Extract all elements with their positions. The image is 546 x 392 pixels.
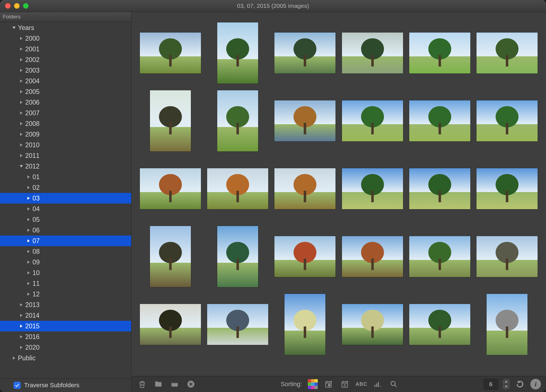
folder-row-03[interactable]: 03 (0, 193, 131, 204)
thumbnail[interactable] (140, 168, 201, 209)
sort-by-exif-date-button[interactable] (323, 379, 334, 390)
chevron-right-icon[interactable] (26, 217, 31, 222)
folder-row-public[interactable]: Public (0, 353, 131, 363)
sort-by-color-button[interactable] (307, 379, 318, 390)
stepper-up-button[interactable] (503, 379, 509, 384)
thumbnail[interactable] (409, 100, 470, 141)
thumbnail[interactable] (217, 90, 258, 151)
thumbnail[interactable] (207, 168, 268, 209)
thumbnail-scroll-area[interactable] (131, 12, 546, 376)
folder-row-years[interactable]: Years (0, 22, 131, 33)
chevron-right-icon[interactable] (19, 324, 24, 328)
sort-by-name-button[interactable]: ABC (356, 379, 367, 390)
chevron-right-icon[interactable] (19, 132, 24, 137)
folder-row-09[interactable]: 09 (0, 257, 131, 268)
folder-row-2011[interactable]: 2011 (0, 150, 131, 161)
chevron-right-icon[interactable] (26, 271, 31, 275)
thumbnail[interactable] (342, 236, 403, 277)
folder-row-05[interactable]: 05 (0, 214, 131, 225)
chevron-down-icon[interactable] (12, 26, 16, 30)
folder-row-12[interactable]: 12 (0, 289, 131, 299)
chevron-right-icon[interactable] (19, 121, 24, 126)
folder-row-11[interactable]: 11 (0, 278, 131, 289)
thumbnail[interactable] (274, 100, 336, 141)
folder-row-01[interactable]: 01 (0, 172, 131, 182)
folder-row-02[interactable]: 02 (0, 182, 131, 193)
view-button[interactable] (169, 379, 180, 390)
chevron-right-icon[interactable] (12, 356, 16, 360)
trash-button[interactable] (136, 379, 148, 390)
columns-input[interactable] (484, 379, 498, 389)
folder-row-2004[interactable]: 2004 (0, 76, 131, 86)
minimize-window-button[interactable] (14, 3, 20, 9)
close-window-button[interactable] (5, 3, 11, 9)
folder-row-2013[interactable]: 2013 (0, 299, 131, 310)
chevron-right-icon[interactable] (19, 143, 24, 147)
folder-row-2001[interactable]: 2001 (0, 44, 131, 54)
folder-row-10[interactable]: 10 (0, 268, 131, 278)
thumbnail[interactable] (476, 168, 538, 209)
folder-row-2006[interactable]: 2006 (0, 97, 131, 108)
folder-row-08[interactable]: 08 (0, 246, 131, 257)
thumbnail[interactable] (342, 168, 403, 209)
folder-row-2005[interactable]: 2005 (0, 86, 131, 97)
folder-tree[interactable]: Years20002001200220032004200520062007200… (0, 22, 131, 378)
folder-row-2003[interactable]: 2003 (0, 65, 131, 76)
folder-row-2009[interactable]: 2009 (0, 129, 131, 140)
thumbnail[interactable] (217, 22, 258, 84)
chevron-right-icon[interactable] (19, 100, 24, 105)
chevron-right-icon[interactable] (26, 228, 31, 232)
folder-row-2007[interactable]: 2007 (0, 108, 131, 118)
folder-row-2008[interactable]: 2008 (0, 118, 131, 129)
folder-button[interactable] (153, 379, 164, 390)
traverse-subfolders-checkbox[interactable] (13, 382, 21, 389)
columns-stepper[interactable] (503, 379, 510, 389)
chevron-right-icon[interactable] (19, 335, 24, 339)
thumbnail[interactable] (342, 304, 403, 345)
folder-row-04[interactable]: 04 (0, 204, 131, 214)
chevron-right-icon[interactable] (19, 36, 24, 41)
chevron-right-icon[interactable] (26, 207, 31, 211)
chevron-right-icon[interactable] (19, 345, 24, 350)
chevron-right-icon[interactable] (26, 175, 31, 179)
search-button[interactable] (388, 379, 399, 390)
chevron-down-icon[interactable] (19, 164, 24, 169)
chevron-right-icon[interactable] (19, 111, 24, 115)
cancel-button[interactable] (185, 379, 196, 390)
folder-row-2016[interactable]: 2016 (0, 331, 131, 342)
folder-row-06[interactable]: 06 (0, 225, 131, 236)
thumbnail[interactable] (476, 100, 538, 141)
thumbnail[interactable] (476, 236, 538, 277)
chevron-right-icon[interactable] (19, 153, 24, 158)
chevron-right-icon[interactable] (26, 239, 31, 243)
sort-by-file-date-button[interactable] (339, 379, 351, 390)
thumbnail[interactable] (409, 168, 470, 209)
chevron-right-icon[interactable] (26, 249, 31, 254)
thumbnail[interactable] (409, 304, 470, 345)
thumbnail[interactable] (487, 294, 528, 355)
folder-row-2014[interactable]: 2014 (0, 310, 131, 321)
refresh-button[interactable] (515, 379, 525, 389)
thumbnail[interactable] (150, 226, 191, 287)
thumbnail[interactable] (274, 236, 336, 277)
folder-row-2000[interactable]: 2000 (0, 33, 131, 44)
thumbnail[interactable] (284, 294, 325, 355)
folder-row-2012[interactable]: 2012 (0, 161, 131, 172)
chevron-right-icon[interactable] (26, 281, 31, 286)
folder-row-2002[interactable]: 2002 (0, 54, 131, 65)
folder-row-2010[interactable]: 2010 (0, 140, 131, 150)
chevron-right-icon[interactable] (26, 260, 31, 264)
thumbnail[interactable] (342, 100, 403, 141)
thumbnail[interactable] (140, 304, 201, 345)
chevron-right-icon[interactable] (19, 313, 24, 318)
thumbnail[interactable] (217, 226, 258, 287)
stepper-down-button[interactable] (503, 384, 509, 389)
zoom-window-button[interactable] (23, 3, 29, 9)
chevron-right-icon[interactable] (19, 79, 24, 83)
thumbnail[interactable] (150, 90, 191, 151)
folder-row-07[interactable]: 07 (0, 236, 131, 246)
sort-by-size-button[interactable] (372, 379, 383, 390)
chevron-right-icon[interactable] (26, 185, 31, 190)
chevron-right-icon[interactable] (26, 196, 31, 200)
chevron-right-icon[interactable] (19, 68, 24, 73)
